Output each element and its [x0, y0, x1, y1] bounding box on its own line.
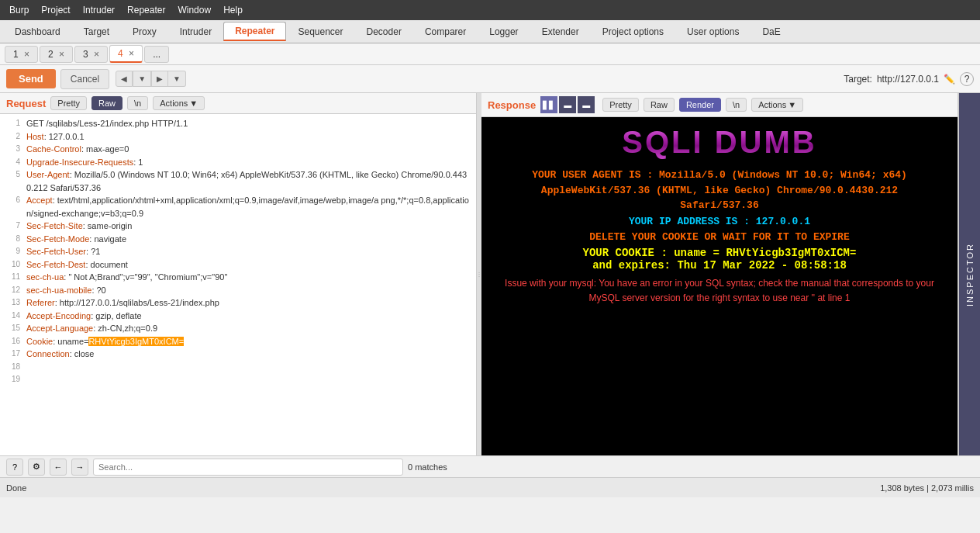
menu-project[interactable]: Project [35, 2, 76, 18]
response-actions-label: Actions [758, 100, 786, 109]
table-row: 11sec-ch-ua: " Not A;Brand";v="99", "Chr… [0, 271, 476, 284]
tab-comparer[interactable]: Comparer [413, 22, 478, 41]
response-panel: Response ▋▋ ▬ ▬ Pretty Raw Render \n Act… [481, 93, 958, 455]
response-render-btn[interactable]: Render [679, 98, 721, 112]
table-row: 7Sec-Fetch-Site: same-origin [0, 220, 476, 233]
nav-back-dropdown[interactable]: ▼ [133, 71, 151, 87]
nav-forward-dropdown[interactable]: ▼ [168, 71, 186, 87]
table-row: 6Accept: text/html,application/xhtml+xml… [0, 194, 476, 220]
table-row: 12sec-ch-ua-mobile: ?0 [0, 284, 476, 297]
help-icon[interactable]: ? [960, 72, 974, 86]
target-label: Target: [844, 74, 872, 85]
request-title: Request [6, 98, 46, 109]
target-url: http://127.0.0.1 [877, 74, 939, 85]
tab-intruder[interactable]: Intruder [168, 22, 223, 41]
search-input[interactable] [93, 459, 403, 476]
table-row: 8Sec-Fetch-Mode: navigate [0, 233, 476, 246]
sub-tab-more[interactable]: ... [144, 46, 169, 63]
menu-bar: Burp Project Intruder Repeater Window He… [0, 0, 980, 20]
response-raw-btn[interactable]: Raw [644, 98, 675, 112]
delete-cookie-info: DELETE YOUR COOKIE OR WAIT FOR IT TO EXP… [489, 230, 950, 245]
tab-sequencer[interactable]: Sequencer [286, 22, 354, 41]
menu-repeater[interactable]: Repeater [121, 2, 171, 18]
request-pretty-btn[interactable]: Pretty [50, 96, 87, 110]
ip-info: YOUR IP ADDRESS IS : 127.0.0.1 [489, 216, 950, 227]
sub-tab-4[interactable]: 4 × [109, 45, 143, 63]
table-row: 15Accept-Language: zh-CN,zh;q=0.9 [0, 322, 476, 335]
sub-tab-3[interactable]: 3 × [74, 46, 108, 63]
response-pretty-btn[interactable]: Pretty [602, 98, 639, 112]
table-row: 18 [0, 361, 476, 373]
table-row: 1GET /sqlilabs/Less-21/index.php HTTP/1.… [0, 117, 476, 130]
tab-decoder[interactable]: Decoder [355, 22, 413, 41]
tab-target[interactable]: Target [72, 22, 121, 41]
menu-window[interactable]: Window [171, 2, 217, 18]
view-split-vert-btn[interactable]: ▋▋ [540, 96, 557, 113]
response-header: Response ▋▋ ▬ ▬ Pretty Raw Render \n Act… [481, 93, 958, 117]
nav-back-bottom-btn[interactable]: ← [50, 459, 67, 476]
actions-dropdown-icon: ▼ [189, 99, 198, 108]
response-title: Response [488, 99, 536, 111]
menu-intruder[interactable]: Intruder [77, 2, 121, 18]
response-hex-btn[interactable]: \n [726, 98, 747, 112]
inspector-label: INSPECTOR [965, 237, 975, 313]
table-row: 14Accept-Encoding: gzip, deflate [0, 310, 476, 323]
edit-icon[interactable]: ✏️ [944, 74, 955, 85]
menu-help[interactable]: Help [217, 2, 249, 18]
request-header: Request Pretty Raw \n Actions ▼ [0, 93, 476, 114]
tab-project-options[interactable]: Project options [591, 22, 675, 41]
request-actions-btn[interactable]: Actions ▼ [153, 96, 205, 110]
sqli-title-wrapper: SQLI DUMB [489, 125, 950, 160]
view-split-horiz-btn[interactable]: ▬ [559, 96, 576, 113]
table-row: 19 [0, 373, 476, 386]
response-content[interactable]: SQLI DUMB YOUR USER AGENT IS : Mozilla/5… [481, 117, 958, 455]
sqli-title: SQLI DUMB [622, 125, 816, 160]
tab-dae[interactable]: DaE [751, 22, 792, 41]
cookie-info: YOUR COOKIE : uname = RHVtYicgb3IgMT0xIC… [489, 247, 950, 272]
help-bottom-btn[interactable]: ? [6, 459, 23, 476]
status-left-text: Done [6, 483, 880, 493]
request-editor[interactable]: 1GET /sqlilabs/Less-21/index.php HTTP/1.… [0, 114, 476, 455]
error-info: Issue with your mysql: You have an error… [497, 276, 942, 306]
send-button[interactable]: Send [6, 69, 56, 88]
view-mode-buttons: ▋▋ ▬ ▬ [540, 96, 595, 113]
nav-forward-bottom-btn[interactable]: → [71, 459, 88, 476]
target-info: Target: http://127.0.0.1 ✏️ ? [844, 72, 974, 86]
user-agent-info: YOUR USER AGENT IS : Mozilla/5.0 (Window… [489, 168, 950, 213]
table-row: 17Connection: close [0, 348, 476, 361]
bottom-bar: ? ⚙ ← → 0 matches [0, 455, 980, 477]
table-row: 16Cookie: uname=RHVtYicgb3IgMT0xICM= [0, 335, 476, 348]
cancel-button[interactable]: Cancel [60, 69, 109, 89]
response-actions-dropdown-icon: ▼ [788, 100, 796, 109]
status-right-text: 1,308 bytes | 2,073 millis [880, 483, 974, 493]
tab-logger[interactable]: Logger [478, 22, 530, 41]
sub-tab-1[interactable]: 1 × [5, 46, 38, 63]
response-actions-btn[interactable]: Actions ▼ [751, 98, 803, 112]
tab-dashboard[interactable]: Dashboard [3, 22, 72, 41]
response-rendered-page: SQLI DUMB YOUR USER AGENT IS : Mozilla/5… [481, 117, 958, 455]
inspector-panel[interactable]: INSPECTOR [958, 93, 980, 455]
settings-bottom-btn[interactable]: ⚙ [28, 459, 45, 476]
nav-forward-button[interactable]: ▶ [151, 71, 168, 87]
toolbar: Send Cancel ◀ ▼ ▶ ▼ Target: http://127.0… [0, 65, 980, 93]
request-actions-label: Actions [160, 99, 188, 108]
nav-tabs: Dashboard Target Proxy Intruder Repeater… [0, 20, 980, 43]
tab-extender[interactable]: Extender [530, 22, 591, 41]
tab-repeater[interactable]: Repeater [223, 22, 286, 41]
table-row: 9Sec-Fetch-User: ?1 [0, 245, 476, 258]
sub-tab-2[interactable]: 2 × [40, 46, 73, 63]
nav-back-button[interactable]: ◀ [116, 71, 133, 87]
sub-tabs: 1 × 2 × 3 × 4 × ... [0, 43, 980, 65]
table-row: 10Sec-Fetch-Dest: document [0, 258, 476, 272]
request-hex-btn[interactable]: \n [127, 96, 148, 110]
view-single-btn[interactable]: ▬ [578, 96, 595, 113]
menu-burp[interactable]: Burp [3, 2, 35, 18]
tab-user-options[interactable]: User options [675, 22, 751, 41]
table-row: 5User-Agent: Mozilla/5.0 (Windows NT 10.… [0, 168, 476, 194]
request-raw-btn[interactable]: Raw [91, 96, 122, 110]
table-row: 3Cache-Control: max-age=0 [0, 143, 476, 156]
main-content: Request Pretty Raw \n Actions ▼ 1GET /sq… [0, 93, 980, 455]
nav-arrows: ◀ ▼ ▶ ▼ [116, 71, 186, 87]
table-row: 2Host: 127.0.0.1 [0, 130, 476, 144]
tab-proxy[interactable]: Proxy [121, 22, 168, 41]
